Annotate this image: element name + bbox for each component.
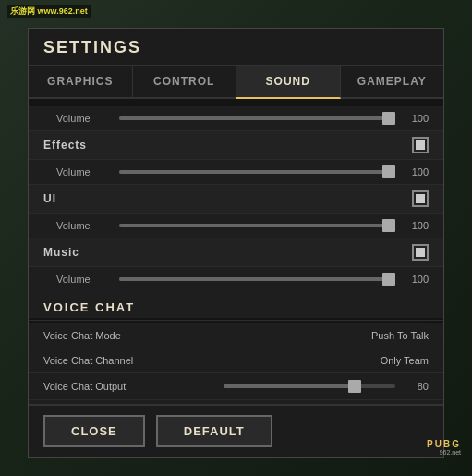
ui-volume-label: Volume (56, 220, 112, 231)
close-button[interactable]: CLOSE (43, 415, 145, 447)
default-button[interactable]: DEFAULT (156, 415, 272, 447)
voice-chat-output-slider[interactable] (224, 379, 396, 394)
effects-checkbox[interactable] (412, 137, 429, 153)
effects-volume-row: Volume 100 (29, 160, 443, 184)
ui-volume-row: Volume 100 (29, 214, 443, 238)
voice-chat-output-label: Voice Chat Output (43, 381, 216, 392)
ui-volume-slider[interactable] (119, 218, 395, 233)
pubg-logo: PUBG (427, 439, 461, 449)
music-volume-value: 100 (403, 274, 429, 285)
tab-control[interactable]: CONTROL (133, 66, 237, 97)
pubg-subtitle: 962.net (427, 449, 461, 456)
voice-chat-mode-label: Voice Chat Mode (43, 330, 371, 341)
ui-volume-value: 100 (403, 220, 429, 231)
watermark: 乐游网 www.962.net (7, 5, 91, 18)
music-section: Music (29, 238, 443, 267)
voice-chat-heading: VOICE CHAT (29, 291, 443, 318)
voice-chat-output-value: 80 (403, 381, 429, 392)
ui-checkbox[interactable] (412, 190, 429, 207)
master-volume-slider[interactable] (119, 111, 395, 126)
effects-volume-value: 100 (403, 166, 429, 177)
voice-chat-mode-row: Voice Chat Mode Push To Talk (29, 323, 443, 348)
content-area: Volume 100 Effects Volume 100 (29, 99, 443, 432)
ui-label: UI (43, 192, 412, 205)
music-volume-slider[interactable] (119, 272, 395, 287)
music-label: Music (43, 246, 412, 259)
voice-chat-channel-value[interactable]: Only Team (381, 355, 429, 366)
effects-volume-label: Volume (56, 166, 112, 177)
settings-panel: SETTINGS GRAPHICS CONTROL SOUND GAMEPLAY… (28, 28, 444, 458)
voice-chat-mode-value[interactable]: Push To Talk (371, 330, 429, 341)
voice-chat-output-row: Voice Chat Output 80 (29, 372, 443, 399)
footer-row: CLOSE DEFAULT (29, 404, 443, 457)
tab-gameplay[interactable]: GAMEPLAY (341, 66, 444, 97)
music-volume-row: Volume 100 (29, 267, 443, 291)
master-volume-row: Volume 100 (29, 106, 443, 130)
settings-title: SETTINGS (29, 29, 443, 66)
effects-section: Effects (29, 130, 443, 160)
voice-chat-channel-row: Voice Chat Channel Only Team (29, 348, 443, 372)
music-checkbox[interactable] (412, 244, 429, 261)
voice-chat-channel-label: Voice Chat Channel (43, 355, 381, 366)
pubg-logo-area: PUBG 962.net (427, 439, 461, 456)
effects-volume-slider[interactable] (119, 165, 395, 179)
tab-graphics[interactable]: GRAPHICS (29, 66, 133, 97)
music-volume-label: Volume (56, 274, 112, 285)
master-volume-label: Volume (56, 113, 112, 124)
tab-sound[interactable]: SOUND (236, 66, 341, 99)
master-volume-value: 100 (403, 113, 429, 124)
effects-label: Effects (43, 139, 412, 152)
tabs-row: GRAPHICS CONTROL SOUND GAMEPLAY (29, 66, 443, 99)
ui-section: UI (29, 184, 443, 214)
